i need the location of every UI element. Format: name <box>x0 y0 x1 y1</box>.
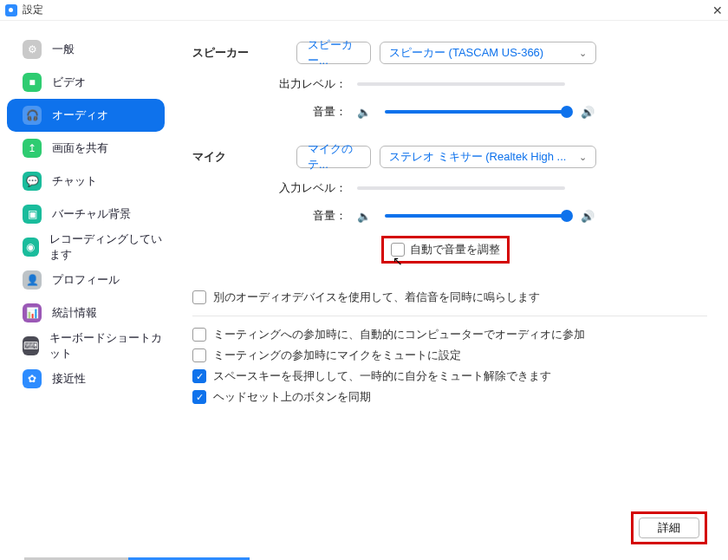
app-icon <box>5 4 17 16</box>
output-level-label: 出力レベル： <box>192 76 357 92</box>
sidebar-item-3[interactable]: ↥画面を共有 <box>7 132 165 165</box>
sidebar-item-8[interactable]: 📊統計情報 <box>7 296 165 329</box>
main-panel: スピーカー スピーカー... スピーカー (TASCAM US-366) ⌄ 出… <box>172 21 728 555</box>
sidebar-item-label: 接近性 <box>52 371 86 387</box>
sidebar-item-label: バーチャル背景 <box>52 206 131 222</box>
output-level-meter <box>357 82 565 86</box>
mic-volume-label: 音量： <box>192 208 357 224</box>
mic-test-button[interactable]: マイクのテ... <box>296 146 371 168</box>
mute-on-join-checkbox[interactable] <box>192 348 206 362</box>
chevron-down-icon: ⌄ <box>579 48 587 59</box>
sidebar-icon: 📊 <box>23 303 42 322</box>
auto-join-audio-checkbox[interactable] <box>192 328 206 342</box>
sidebar-item-5[interactable]: ▣バーチャル背景 <box>7 198 165 231</box>
footer-accent <box>0 555 728 560</box>
sidebar: ⚙一般■ビデオ🎧オーディオ↥画面を共有💬チャット▣バーチャル背景◉レコーディング… <box>0 21 172 555</box>
sidebar-item-7[interactable]: 👤プロフィール <box>7 264 165 296</box>
sidebar-icon: ■ <box>23 73 42 92</box>
volume-high-icon: 🔊 <box>581 210 595 223</box>
mute-on-join-option[interactable]: ミーティングの参加時にマイクをミュートに設定 <box>192 348 707 363</box>
sidebar-item-4[interactable]: 💬チャット <box>7 165 165 198</box>
mic-device-value: ステレオ ミキサー (Realtek High ... <box>389 149 566 165</box>
sidebar-item-1[interactable]: ■ビデオ <box>7 66 165 99</box>
auto-join-audio-option[interactable]: ミーティングへの参加時に、自動的にコンピューターでオーディオに参加 <box>192 327 707 342</box>
ring-device-checkbox[interactable] <box>192 290 206 304</box>
ring-device-label: 別のオーディオデバイスを使用して、着信音を同時に鳴らします <box>213 290 540 305</box>
sidebar-icon: ⌨ <box>23 336 39 355</box>
ring-device-option[interactable]: 別のオーディオデバイスを使用して、着信音を同時に鳴らします <box>192 290 707 305</box>
separator <box>192 316 707 316</box>
mic-section: マイク マイクのテ... ステレオ ミキサー (Realtek High ...… <box>192 146 707 264</box>
input-level-label: 入力レベル： <box>192 180 357 196</box>
auto-adjust-volume-highlight: 自動で音量を調整 ↖ <box>381 236 510 264</box>
sidebar-item-label: プロフィール <box>52 272 120 288</box>
advanced-button[interactable]: 詳細 <box>639 518 699 538</box>
sidebar-item-label: ビデオ <box>52 75 86 90</box>
advanced-highlight: 詳細 <box>631 511 707 544</box>
mic-device-select[interactable]: ステレオ ミキサー (Realtek High ... ⌄ <box>380 146 596 168</box>
sidebar-item-label: 一般 <box>52 42 75 57</box>
speaker-device-select[interactable]: スピーカー (TASCAM US-366) ⌄ <box>380 42 596 64</box>
volume-high-icon: 🔊 <box>581 106 595 119</box>
input-level-meter <box>357 186 565 190</box>
sidebar-item-label: チャット <box>52 173 97 189</box>
auto-join-audio-label: ミーティングへの参加時に、自動的にコンピューターでオーディオに参加 <box>213 327 585 342</box>
volume-low-icon: 🔈 <box>357 210 371 223</box>
space-unmute-option[interactable]: スペースキーを長押しして、一時的に自分をミュート解除できます <box>192 368 707 384</box>
volume-low-icon: 🔈 <box>357 106 371 119</box>
sidebar-icon: 💬 <box>23 172 42 191</box>
sidebar-item-9[interactable]: ⌨キーボードショートカット <box>7 329 165 362</box>
sidebar-item-label: オーディオ <box>52 107 108 123</box>
sidebar-icon: ✿ <box>23 369 42 388</box>
speaker-volume-label: 音量： <box>192 104 357 120</box>
speaker-section: スピーカー スピーカー... スピーカー (TASCAM US-366) ⌄ 出… <box>192 42 707 120</box>
sidebar-item-6[interactable]: ◉レコーディングしています <box>7 231 165 264</box>
sidebar-icon: ↥ <box>23 139 42 158</box>
speaker-label: スピーカー <box>192 45 296 61</box>
sidebar-icon: ▣ <box>23 205 42 224</box>
headset-sync-label: ヘッドセット上のボタンを同期 <box>213 389 371 405</box>
headset-sync-option[interactable]: ヘッドセット上のボタンを同期 <box>192 389 707 405</box>
speaker-device-value: スピーカー (TASCAM US-366) <box>389 45 543 61</box>
sidebar-item-label: 画面を共有 <box>52 140 108 156</box>
speaker-test-button[interactable]: スピーカー... <box>296 42 371 64</box>
sidebar-icon: ⚙ <box>23 40 42 59</box>
sidebar-item-0[interactable]: ⚙一般 <box>7 33 165 66</box>
space-unmute-label: スペースキーを長押しして、一時的に自分をミュート解除できます <box>213 368 551 384</box>
chevron-down-icon: ⌄ <box>579 152 587 163</box>
sidebar-item-label: 統計情報 <box>52 305 97 321</box>
space-unmute-checkbox[interactable] <box>192 369 206 383</box>
close-icon[interactable]: ✕ <box>712 3 723 17</box>
sidebar-icon: 🎧 <box>23 106 42 125</box>
sidebar-item-2[interactable]: 🎧オーディオ <box>7 99 165 132</box>
auto-adjust-volume-label: 自動で音量を調整 <box>410 242 500 257</box>
mic-volume-slider[interactable] <box>385 214 567 218</box>
titlebar: 設定 ✕ <box>0 0 728 21</box>
mute-on-join-label: ミーティングの参加時にマイクをミュートに設定 <box>213 348 461 363</box>
sidebar-item-10[interactable]: ✿接近性 <box>7 362 165 395</box>
mic-label: マイク <box>192 149 296 165</box>
cursor-icon: ↖ <box>393 254 403 268</box>
sidebar-item-label: レコーディングしています <box>49 231 165 263</box>
sidebar-icon: ◉ <box>23 238 39 257</box>
window-title: 設定 <box>23 3 43 17</box>
sidebar-item-label: キーボードショートカット <box>49 330 165 361</box>
headset-sync-checkbox[interactable] <box>192 390 206 404</box>
speaker-volume-slider[interactable] <box>385 110 567 114</box>
sidebar-icon: 👤 <box>23 270 42 290</box>
